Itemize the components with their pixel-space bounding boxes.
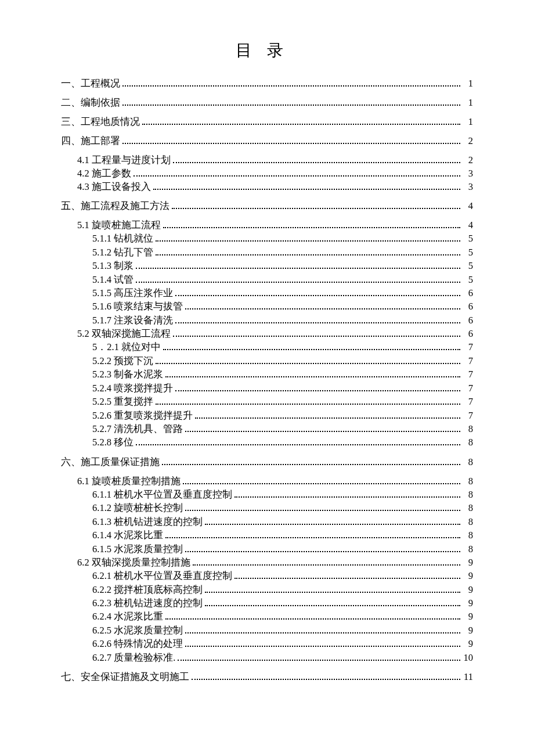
toc-entry-leader [172, 208, 460, 209]
toc-entry: 6.2.5 水泥浆质量控制9 [92, 624, 473, 637]
toc-entry-leader [136, 282, 460, 283]
toc-entry-page: 9 [463, 569, 473, 582]
toc-entry-leader [122, 105, 460, 106]
toc-entry-leader [156, 240, 460, 242]
toc-entry-page: 8 [463, 422, 473, 435]
toc-entry-label: 6.2.4 水泥浆比重 [92, 610, 163, 623]
toc-entry-label: 六、施工质量保证措施 [61, 455, 160, 469]
toc-body: 一、工程概况1二、编制依据1三、工程地质情况1四、施工部署24.1 工程量与进度… [61, 77, 473, 683]
toc-entry: 5.2.6 重复喷浆搅拌提升7 [92, 409, 473, 422]
toc-entry-page: 8 [463, 528, 473, 542]
toc-entry-label: 5.1 旋喷桩施工流程 [77, 218, 161, 232]
toc-entry: 5.2.7 清洗机具、管路8 [92, 422, 473, 435]
toc-entry-label: 5.2.6 重复喷浆搅拌提升 [92, 409, 193, 422]
toc-entry-label: 6.2.6 特殊情况的处理 [92, 637, 183, 650]
toc-entry-leader [183, 483, 460, 484]
toc-entry-leader [122, 143, 460, 144]
toc-entry: 5.2.8 移位8 [92, 435, 473, 449]
toc-entry-page: 5 [463, 232, 473, 245]
toc-entry-page: 9 [463, 596, 473, 610]
toc-entry-leader [185, 431, 460, 432]
toc-entry: 5.1.4 试管5 [92, 273, 473, 286]
toc-entry-leader [193, 564, 460, 566]
toc-entry-label: 五、施工流程及施工方法 [61, 199, 169, 213]
toc-entry-leader [173, 336, 460, 337]
toc-entry-page: 7 [463, 340, 473, 354]
toc-entry: 4.2 施工参数3 [77, 167, 473, 180]
toc-entry: 六、施工质量保证措施8 [61, 455, 473, 469]
toc-entry: 七、安全保证措施及文明施工11 [61, 670, 473, 683]
toc-entry-leader [192, 679, 460, 680]
toc-entry: 6.1.3 桩机钻进速度的控制8 [92, 515, 473, 528]
toc-entry-label: 6.2.2 搅拌桩顶底标高控制 [92, 583, 203, 596]
toc-entry-page: 8 [463, 542, 473, 556]
toc-entry-leader [185, 632, 460, 633]
toc-entry: 5.1.7 注浆设备清洗6 [92, 314, 473, 327]
toc-entry-leader [122, 85, 460, 87]
toc-entry-leader [185, 308, 460, 309]
toc-entry-page: 7 [463, 395, 473, 408]
toc-entry-leader [153, 189, 460, 190]
toc-entry-leader [163, 227, 460, 228]
toc-entry-label: 6.2 双轴深搅质量控制措施 [77, 556, 190, 569]
toc-entry-leader [156, 404, 460, 405]
toc-entry-label: 5.1.1 钻机就位 [92, 232, 153, 245]
toc-entry-label: 5.1.5 高压注浆作业 [92, 286, 173, 300]
toc-entry-label: 6.2.1 桩机水平位置及垂直度控制 [92, 569, 232, 582]
toc-entry: 5.2.5 重复搅拌7 [92, 395, 473, 408]
toc-entry: 二、编制依据1 [61, 96, 473, 109]
toc-entry-page: 9 [463, 624, 473, 637]
toc-entry-label: 5.1.2 钻孔下管 [92, 246, 153, 259]
toc-entry-leader [205, 605, 460, 606]
toc-entry-label: 6.1.2 旋喷桩桩长控制 [92, 501, 183, 514]
toc-entry: 5.2.3 制备水泥浆7 [92, 368, 473, 381]
toc-entry-leader [156, 363, 460, 364]
toc-entry-label: 6.1.3 桩机钻进速度的控制 [92, 515, 203, 528]
toc-entry: 5.1 旋喷桩施工流程4 [77, 218, 473, 232]
toc-entry-page: 9 [463, 556, 473, 569]
toc-entry: 四、施工部署2 [61, 134, 473, 147]
toc-entry-page: 9 [463, 637, 473, 650]
toc-entry-label: 6.1.1 桩机水平位置及垂直度控制 [92, 488, 232, 501]
toc-entry: 5.1.5 高压注浆作业6 [92, 286, 473, 300]
toc-entry: 6.1.1 桩机水平位置及垂直度控制8 [92, 488, 473, 501]
toc-entry-page: 7 [463, 409, 473, 422]
toc-entry-page: 4 [463, 218, 473, 232]
toc-entry: 4.1 工程量与进度计划2 [77, 153, 473, 167]
toc-entry: 一、工程概况1 [61, 77, 473, 90]
toc-entry: 6.1.5 水泥浆质量控制8 [92, 542, 473, 556]
toc-entry-label: 5.2.2 预搅下沉 [92, 354, 153, 368]
toc-entry-leader [165, 537, 460, 538]
toc-entry: 6.2.2 搅拌桩顶底标高控制9 [92, 583, 473, 596]
toc-entry-page: 2 [463, 135, 473, 147]
toc-entry-label: 5.2.8 移位 [92, 435, 134, 449]
toc-entry-leader [162, 464, 460, 465]
toc-entry: 5.1.3 制浆5 [92, 259, 473, 272]
toc-entry-page: 2 [463, 153, 473, 167]
toc-entry-leader [185, 510, 460, 511]
toc-entry: 4.3 施工设备投入3 [77, 180, 473, 193]
toc-entry-page: 6 [463, 327, 473, 340]
toc-entry-label: 5.1.3 制浆 [92, 259, 134, 272]
toc-entry: 5.1.6 喷浆结束与拔管6 [92, 300, 473, 313]
toc-entry-label: 5.1.4 试管 [92, 273, 134, 286]
toc-entry-leader [234, 578, 460, 579]
toc-entry-page: 7 [463, 381, 473, 395]
toc-title: 目录 [61, 39, 473, 62]
toc-entry-label: 5.2 双轴深搅施工流程 [77, 327, 171, 340]
toc-entry-label: 二、编制依据 [61, 96, 120, 109]
toc-entry: 6.2.1 桩机水平位置及垂直度控制9 [92, 569, 473, 582]
toc-entry-leader [205, 592, 460, 593]
toc-entry-label: 5.2.7 清洗机具、管路 [92, 422, 183, 435]
toc-entry-page: 8 [463, 474, 473, 488]
toc-entry-leader [175, 390, 460, 391]
toc-entry-page: 8 [463, 435, 473, 449]
toc-entry-leader [142, 124, 460, 125]
toc-entry-leader [173, 162, 460, 163]
document-page: 目录 一、工程概况1二、编制依据1三、工程地质情况1四、施工部署24.1 工程量… [0, 0, 534, 756]
toc-entry-page: 7 [463, 368, 473, 381]
toc-entry-label: 5.1.7 注浆设备清洗 [92, 314, 173, 327]
toc-entry-leader [234, 496, 460, 498]
toc-entry-label: 三、工程地质情况 [61, 115, 140, 128]
toc-entry-label: 4.3 施工设备投入 [77, 180, 151, 193]
